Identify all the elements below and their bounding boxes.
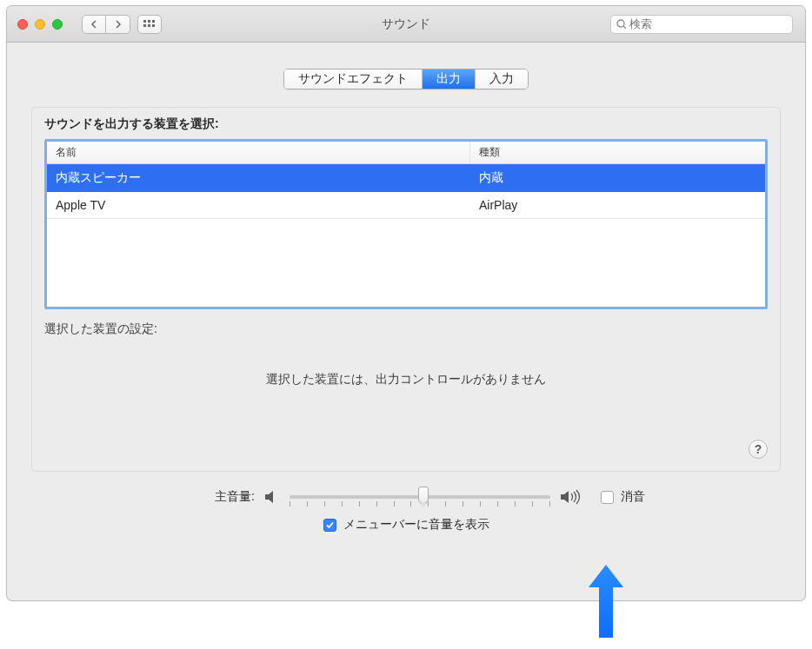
volume-slider[interactable]: [290, 487, 550, 507]
no-controls-message: 選択した装置には、出力コントロールがありません: [44, 372, 768, 387]
search-input[interactable]: [629, 17, 787, 30]
search-field[interactable]: [610, 15, 793, 34]
forward-button[interactable]: [106, 15, 130, 34]
speaker-low-icon: [263, 489, 281, 505]
slider-thumb[interactable]: [418, 487, 429, 504]
table-row[interactable]: Apple TV AirPlay: [47, 192, 765, 219]
cell-name: 内蔵スピーカー: [56, 170, 479, 186]
content-area: サウンドエフェクト 出力 入力 サウンドを出力する装置を選択: 名前 種類 内蔵…: [7, 43, 805, 600]
menubar-label: メニューバーに音量を表示: [343, 517, 489, 533]
menubar-checkbox[interactable]: [323, 519, 336, 532]
device-table-wrap: 名前 種類 内蔵スピーカー 内蔵 Apple TV AirPlay: [44, 139, 768, 309]
cell-name: Apple TV: [56, 198, 479, 212]
chevron-left-icon: [90, 20, 97, 29]
column-type[interactable]: 種類: [470, 142, 765, 163]
maximize-button[interactable]: [52, 19, 63, 30]
checkmark-icon: [325, 520, 335, 530]
speaker-high-icon: [559, 489, 582, 505]
settings-label: 選択した装置の設定:: [44, 321, 768, 337]
tab-bar: サウンドエフェクト 出力 入力: [31, 69, 781, 89]
device-table: 名前 種類 内蔵スピーカー 内蔵 Apple TV AirPlay: [47, 142, 765, 307]
tab-sound-effects[interactable]: サウンドエフェクト: [284, 70, 423, 89]
cell-type: AirPlay: [479, 198, 756, 212]
help-button[interactable]: ?: [749, 440, 768, 459]
mute-label: 消音: [621, 489, 645, 505]
back-button[interactable]: [82, 15, 106, 34]
traffic-lights: [17, 19, 63, 30]
svg-rect-5: [152, 24, 155, 27]
footer: 主音量:: [31, 487, 781, 555]
tab-output[interactable]: 出力: [423, 70, 476, 89]
svg-point-6: [617, 20, 624, 27]
minimize-button[interactable]: [35, 19, 45, 30]
svg-rect-0: [143, 20, 146, 23]
svg-rect-4: [148, 24, 150, 27]
volume-label: 主音量:: [77, 489, 255, 505]
mute-group: 消音: [601, 489, 645, 505]
svg-rect-2: [152, 20, 155, 23]
menubar-row: メニューバーに音量を表示: [323, 517, 735, 533]
svg-rect-1: [148, 20, 150, 23]
titlebar: サウンド: [7, 6, 805, 43]
table-row[interactable]: 内蔵スピーカー 内蔵: [47, 164, 765, 192]
volume-row: 主音量:: [77, 487, 735, 507]
search-icon: [616, 19, 626, 30]
grid-icon: [143, 20, 156, 29]
show-all-button[interactable]: [137, 15, 162, 34]
nav-buttons: [82, 15, 130, 34]
tab-input[interactable]: 入力: [476, 70, 528, 89]
output-panel: サウンドを出力する装置を選択: 名前 種類 内蔵スピーカー 内蔵 Apple T…: [31, 107, 781, 472]
window-frame: サウンド サウンドエフェクト 出力 入力 サウンドを出力する装置を選択: 名前 …: [6, 5, 806, 601]
mute-checkbox[interactable]: [601, 491, 614, 504]
panel-title: サウンドを出力する装置を選択:: [44, 116, 768, 132]
chevron-right-icon: [115, 20, 122, 29]
svg-line-7: [623, 26, 626, 29]
column-name[interactable]: 名前: [47, 142, 470, 163]
svg-rect-3: [143, 24, 146, 27]
table-header: 名前 種類: [47, 142, 765, 164]
cell-type: 内蔵: [479, 170, 756, 186]
close-button[interactable]: [17, 19, 28, 30]
